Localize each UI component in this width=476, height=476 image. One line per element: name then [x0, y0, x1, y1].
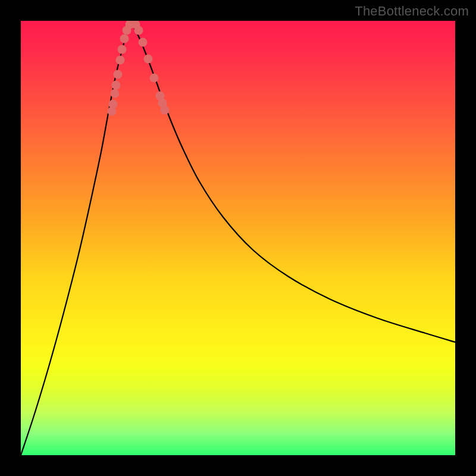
curve-layer [21, 21, 455, 455]
curve-group [21, 23, 455, 455]
curve-right-curve [131, 23, 455, 342]
data-marker [112, 81, 121, 90]
data-marker [120, 35, 129, 43]
watermark-text: TheBottleneck.com [355, 4, 469, 19]
plot-area [21, 21, 455, 455]
data-marker [161, 106, 170, 115]
data-marker [114, 70, 123, 79]
data-marker [134, 26, 143, 35]
data-marker [139, 38, 148, 47]
chart-frame: TheBottleneck.com [0, 0, 476, 476]
data-marker [118, 45, 127, 54]
data-marker [144, 55, 153, 64]
data-marker [111, 89, 120, 98]
data-marker [109, 100, 118, 109]
data-marker [150, 74, 159, 83]
data-marker [116, 56, 125, 65]
